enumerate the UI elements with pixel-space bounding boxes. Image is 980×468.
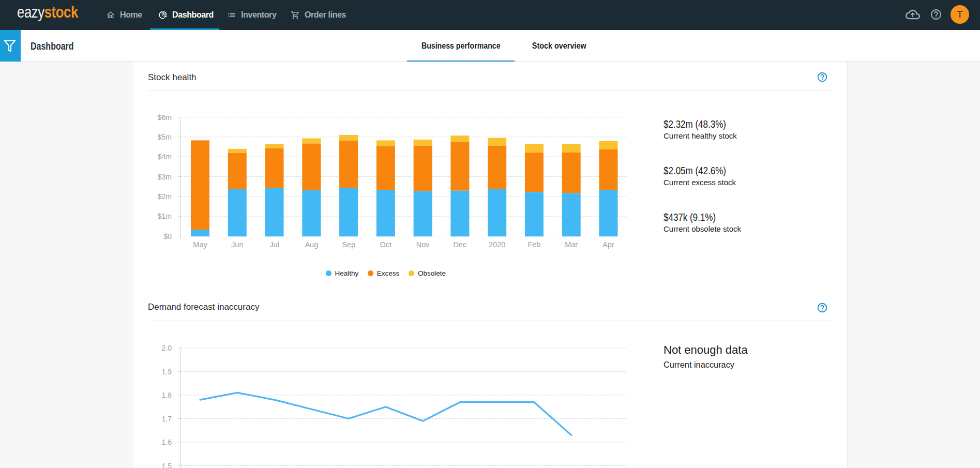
svg-text:Apr: Apr xyxy=(602,240,614,249)
svg-text:Mar: Mar xyxy=(565,240,578,249)
svg-text:Dec: Dec xyxy=(453,240,466,249)
svg-text:1.8: 1.8 xyxy=(162,391,172,399)
svg-text:Jun: Jun xyxy=(231,240,243,249)
svg-text:Nov: Nov xyxy=(416,240,430,249)
svg-text:$4m: $4m xyxy=(158,153,172,161)
svg-text:2.0: 2.0 xyxy=(162,344,172,352)
svg-text:$3m: $3m xyxy=(158,173,172,181)
svg-text:$5m: $5m xyxy=(158,133,172,141)
svg-text:2020: 2020 xyxy=(489,240,505,249)
svg-text:Feb: Feb xyxy=(527,240,540,249)
svg-text:1.7: 1.7 xyxy=(162,415,172,423)
svg-text:Oct: Oct xyxy=(380,240,392,249)
svg-text:1.5: 1.5 xyxy=(162,462,172,468)
svg-text:Aug: Aug xyxy=(305,240,318,249)
svg-text:May: May xyxy=(193,240,207,249)
svg-text:$1m: $1m xyxy=(158,212,172,220)
svg-text:$6m: $6m xyxy=(158,113,172,122)
svg-text:Sep: Sep xyxy=(342,240,355,249)
svg-text:1.6: 1.6 xyxy=(162,438,172,446)
svg-text:Jul: Jul xyxy=(269,240,279,249)
svg-text:1.9: 1.9 xyxy=(162,368,172,376)
svg-text:$2m: $2m xyxy=(158,192,172,201)
svg-text:$0: $0 xyxy=(163,232,172,240)
